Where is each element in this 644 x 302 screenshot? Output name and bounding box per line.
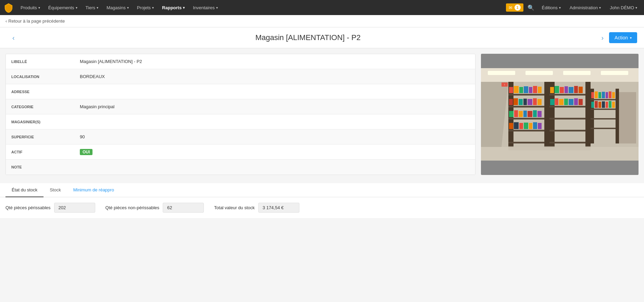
svg-rect-13 — [508, 142, 549, 143]
svg-rect-39 — [524, 123, 528, 129]
svg-rect-81 — [602, 101, 605, 108]
svg-rect-26 — [528, 99, 532, 105]
svg-rect-60 — [564, 99, 568, 105]
stats-section: Qté pièces périssables 202 Qté pièces no… — [0, 197, 644, 218]
svg-rect-16 — [514, 86, 519, 93]
svg-rect-40 — [529, 123, 532, 129]
mail-count-badge: 1 — [515, 4, 521, 11]
svg-rect-59 — [559, 99, 564, 105]
svg-rect-46 — [549, 118, 591, 119]
mail-button[interactable]: ✉ 1 — [506, 3, 523, 12]
value-adresse — [74, 88, 475, 95]
main-content: LIBELLÉ Magasin [ALIMENTATION] - P2 LOCA… — [0, 48, 644, 180]
svg-rect-10 — [508, 106, 549, 108]
nav-item-equipements[interactable]: Équipements ▾ — [45, 3, 81, 12]
svg-rect-29 — [509, 111, 513, 117]
chevron-down-icon: ▾ — [599, 6, 601, 10]
stat-group-total-valeur: Total valeur du stock 3 174,54 € — [214, 203, 299, 213]
detail-row-note: NOTE — [6, 160, 475, 175]
label-categorie: CATEGORIE — [6, 101, 74, 112]
label-magasinier: MAGASINIER(S) — [6, 116, 74, 127]
value-categorie: Magasin principal — [74, 101, 475, 113]
tab-etat-du-stock[interactable]: État du stock — [5, 183, 44, 197]
svg-rect-63 — [579, 99, 583, 105]
svg-rect-69 — [591, 128, 618, 129]
value-magasinier — [74, 118, 475, 125]
svg-rect-80 — [598, 102, 601, 108]
brand-logo[interactable] — [3, 2, 14, 13]
tab-stock[interactable]: Stock — [44, 183, 67, 197]
svg-rect-25 — [523, 99, 527, 105]
svg-rect-49 — [585, 82, 591, 147]
svg-rect-84 — [612, 102, 615, 108]
chevron-down-icon: ▾ — [76, 6, 77, 10]
nav-item-rapports[interactable]: Rapports ▾ — [159, 3, 188, 12]
svg-rect-23 — [513, 98, 518, 105]
svg-rect-31 — [519, 111, 523, 117]
stat-group-perissables: Qté pièces périssables 202 — [5, 203, 95, 213]
svg-rect-47 — [549, 130, 591, 131]
page-title: Magasin [ALIMENTATION] - P2 — [20, 33, 596, 42]
nav-item-magasins[interactable]: Magasins ▾ — [103, 3, 132, 12]
svg-rect-11 — [508, 118, 549, 119]
svg-rect-61 — [569, 99, 573, 105]
svg-rect-34 — [533, 110, 537, 117]
nav-item-user[interactable]: John DÉMO ▾ — [606, 3, 641, 12]
tabs-section: État du stock Stock Minimum de réappro — [0, 183, 644, 197]
label-adresse: ADRESSE — [6, 86, 74, 97]
stat-value-non-perissables: 62 — [163, 203, 204, 213]
svg-rect-58 — [555, 98, 558, 105]
svg-rect-36 — [509, 123, 513, 129]
chevron-down-icon: ▾ — [38, 6, 40, 10]
stat-label-total-valeur: Total valeur du stock — [214, 205, 255, 210]
action-button[interactable]: Action ▾ — [609, 32, 637, 43]
nav-item-projets[interactable]: Projets ▾ — [134, 3, 157, 12]
svg-rect-28 — [537, 99, 542, 105]
svg-rect-55 — [574, 86, 578, 93]
next-arrow[interactable]: › — [596, 34, 609, 42]
tab-minimum-reappro[interactable]: Minimum de réappro — [67, 183, 120, 197]
stat-group-non-perissables: Qté pièces non-périssables 62 — [106, 203, 204, 213]
store-image: ! — [481, 54, 639, 175]
chevron-down-icon: ▾ — [127, 6, 129, 10]
label-superficie: SUPERFICIE — [6, 131, 74, 142]
svg-rect-53 — [565, 86, 568, 93]
svg-rect-20 — [533, 86, 537, 93]
nav-item-administration[interactable]: Administration ▾ — [566, 3, 604, 12]
svg-rect-71 — [591, 92, 594, 98]
svg-rect-48 — [549, 142, 591, 143]
chevron-down-icon: ▾ — [183, 6, 185, 10]
prev-arrow[interactable]: ‹ — [7, 34, 20, 42]
value-actif: OUI — [74, 146, 475, 158]
svg-rect-3 — [488, 71, 515, 75]
svg-rect-72 — [595, 91, 598, 98]
nav-item-editions[interactable]: Éditions ▾ — [538, 3, 564, 12]
svg-rect-79 — [595, 101, 598, 108]
stat-label-perissables: Qté pièces périssables — [5, 205, 51, 210]
nav-item-tiers[interactable]: Tiers ▾ — [82, 3, 102, 12]
value-localisation: BORDEAUX — [74, 71, 475, 83]
svg-rect-85 — [619, 92, 636, 143]
svg-rect-70 — [616, 89, 619, 143]
svg-rect-33 — [528, 111, 532, 117]
navbar: Produits ▾ Équipements ▾ Tiers ▾ Magasin… — [0, 0, 644, 15]
svg-rect-82 — [606, 102, 608, 108]
svg-rect-35 — [537, 111, 542, 117]
nav-item-inventaires[interactable]: Inventaires ▾ — [189, 3, 221, 12]
svg-rect-76 — [609, 91, 611, 98]
label-actif: ACTIF — [6, 147, 74, 158]
tabs-nav: État du stock Stock Minimum de réappro — [5, 183, 639, 197]
svg-text:!: ! — [504, 84, 505, 86]
chevron-down-icon: ▾ — [630, 36, 632, 40]
mail-icon: ✉ — [509, 5, 512, 10]
svg-rect-66 — [591, 99, 618, 100]
search-icon[interactable]: 🔍 — [525, 2, 536, 13]
chevron-down-icon: ▾ — [559, 6, 561, 10]
svg-rect-78 — [591, 102, 594, 108]
detail-row-localisation: LOCALISATION BORDEAUX — [6, 69, 475, 84]
back-link[interactable]: ‹ Retour à la page précédente — [0, 15, 644, 27]
detail-table: LIBELLÉ Magasin [ALIMENTATION] - P2 LOCA… — [5, 54, 475, 175]
nav-item-produits[interactable]: Produits ▾ — [17, 3, 44, 12]
svg-rect-37 — [514, 122, 519, 129]
svg-rect-75 — [606, 92, 608, 98]
